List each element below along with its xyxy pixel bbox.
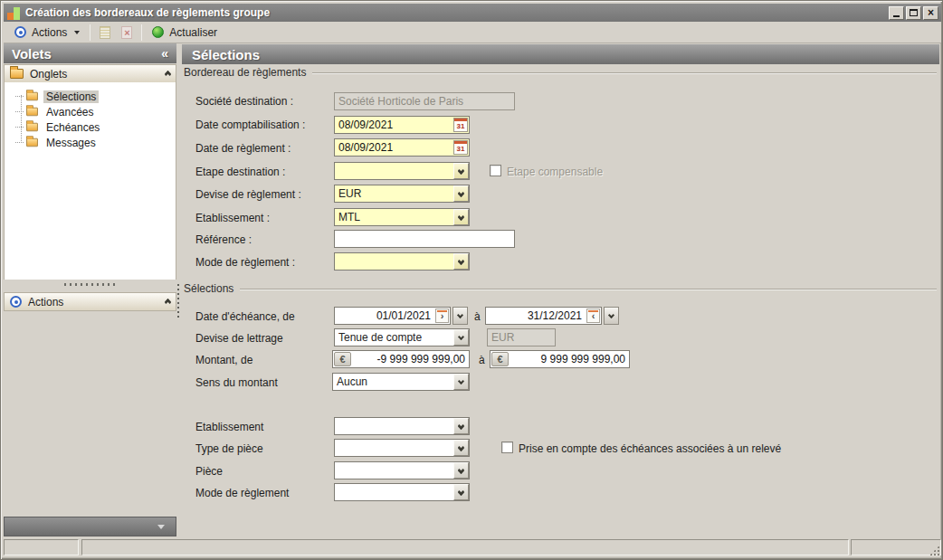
devise-lettrage-combo[interactable]: Tenue de compte bbox=[334, 328, 470, 346]
combo-dropdown-button[interactable] bbox=[453, 484, 469, 500]
group-bordereau-title: Bordereau de règlements bbox=[184, 66, 306, 79]
devise-lettrage-value: Tenue de compte bbox=[335, 329, 453, 346]
sens-montant-value: Aucun bbox=[333, 374, 453, 390]
euro-icon[interactable]: € bbox=[334, 352, 351, 366]
actions-menu-button[interactable]: Actions bbox=[8, 24, 86, 41]
combo-dropdown-button[interactable] bbox=[453, 374, 469, 390]
tree-item-messages[interactable]: Messages bbox=[5, 135, 176, 150]
refresh-button[interactable]: Actualiser bbox=[146, 24, 224, 41]
reference-input[interactable] bbox=[335, 231, 514, 247]
combo-dropdown-button[interactable] bbox=[453, 440, 469, 456]
open-folder-icon bbox=[26, 92, 38, 100]
mode-reglement2-combo[interactable] bbox=[334, 483, 470, 501]
mode-reglement-combo[interactable] bbox=[334, 252, 470, 271]
montant-to-input[interactable] bbox=[510, 351, 629, 367]
sens-montant-label: Sens du montant bbox=[195, 376, 278, 389]
application-window: Création des bordereaux de règlements gr… bbox=[0, 0, 943, 560]
reference-field[interactable] bbox=[334, 230, 515, 248]
delete-icon: × bbox=[121, 26, 132, 39]
etablissement2-label: Etablissement bbox=[195, 421, 263, 433]
range-separator: à bbox=[479, 354, 485, 366]
window-title: Création des bordereaux de règlements gr… bbox=[25, 6, 887, 19]
societe-destination-label: Société destination : bbox=[195, 95, 293, 108]
reference-label: Référence : bbox=[195, 233, 252, 246]
group-selections: Sélections bbox=[184, 282, 937, 295]
date-reglement-field[interactable]: 31 bbox=[334, 138, 470, 157]
devise-lettrage-label: Devise de lettrage bbox=[195, 332, 283, 345]
montant-from-field[interactable]: € bbox=[332, 350, 470, 368]
echeance-from-field[interactable]: › bbox=[334, 307, 451, 325]
devise-reglement-combo[interactable]: EUR bbox=[334, 185, 470, 203]
date-comptabilisation-input[interactable] bbox=[335, 117, 452, 133]
echeance-to-field[interactable]: ‹ bbox=[485, 307, 602, 325]
status-panel-center bbox=[81, 539, 849, 555]
panel-splitter[interactable] bbox=[177, 284, 179, 320]
folder-icon bbox=[26, 123, 38, 131]
devise-reglement-value: EUR bbox=[335, 185, 453, 202]
mode-reglement2-value bbox=[335, 484, 453, 500]
previous-day-icon[interactable]: ‹ bbox=[586, 308, 600, 323]
page-title: Sélections bbox=[192, 47, 260, 62]
next-day-icon[interactable]: › bbox=[435, 308, 449, 323]
etape-destination-value bbox=[335, 163, 453, 179]
onglets-section-label: Onglets bbox=[30, 68, 67, 81]
combo-dropdown-button[interactable] bbox=[453, 253, 469, 270]
sidebar-title: Volets bbox=[12, 46, 52, 62]
type-piece-combo[interactable] bbox=[334, 439, 470, 457]
euro-icon[interactable]: € bbox=[491, 352, 509, 366]
folder-icon bbox=[26, 138, 38, 147]
combo-dropdown-button[interactable] bbox=[453, 462, 469, 479]
collapse-section-icon bbox=[166, 299, 170, 305]
echeance-to-dropdown-button[interactable] bbox=[604, 307, 619, 325]
actions-icon bbox=[14, 26, 26, 38]
montant-to-field[interactable]: € bbox=[490, 350, 630, 368]
releve-checkbox[interactable] bbox=[501, 441, 513, 453]
montant-from-input[interactable] bbox=[352, 351, 469, 367]
status-bar bbox=[4, 538, 941, 557]
minimize-button[interactable] bbox=[889, 6, 904, 20]
echeance-from-input[interactable] bbox=[335, 308, 434, 324]
etablissement-value: MTL bbox=[335, 209, 453, 225]
etape-destination-combo[interactable] bbox=[334, 162, 470, 180]
actions-section-header[interactable]: Actions bbox=[4, 292, 176, 311]
tree-item-label: Echéances bbox=[43, 121, 102, 134]
delete-button[interactable]: × bbox=[116, 24, 138, 42]
tree-item-avancees[interactable]: Avancées bbox=[5, 104, 176, 119]
etape-destination-label: Etape destination : bbox=[195, 166, 285, 178]
combo-dropdown-button[interactable] bbox=[453, 163, 469, 179]
devise-lettrage-currency-input bbox=[488, 329, 555, 346]
date-comptabilisation-field[interactable]: 31 bbox=[334, 116, 470, 134]
sidebar-overflow-bar[interactable] bbox=[4, 517, 176, 536]
actions-section-icon bbox=[10, 296, 22, 308]
calendar-icon[interactable]: 31 bbox=[453, 140, 468, 155]
etape-compensable-label: Etape compensable bbox=[507, 166, 603, 178]
collapse-sidebar-icon[interactable]: « bbox=[161, 46, 168, 61]
maximize-icon bbox=[910, 9, 918, 16]
calendar-icon[interactable]: 31 bbox=[453, 118, 468, 132]
new-document-button[interactable] bbox=[94, 24, 116, 42]
maximize-button[interactable] bbox=[906, 6, 921, 20]
date-comptabilisation-label: Date comptabilisation : bbox=[195, 119, 305, 131]
tree-item-selections[interactable]: Sélections bbox=[5, 89, 176, 104]
sidebar-splitter[interactable] bbox=[4, 283, 176, 286]
group-selections-title: Sélections bbox=[184, 282, 233, 295]
echeance-to-input[interactable] bbox=[486, 308, 586, 324]
piece-combo[interactable] bbox=[334, 461, 470, 479]
close-button[interactable]: × bbox=[923, 6, 938, 20]
date-reglement-input[interactable] bbox=[335, 139, 452, 156]
onglets-section-header[interactable]: Onglets bbox=[4, 64, 176, 83]
actions-section-label: Actions bbox=[28, 296, 63, 308]
devise-lettrage-currency-field bbox=[487, 328, 556, 346]
combo-dropdown-button[interactable] bbox=[453, 185, 469, 202]
combo-dropdown-button[interactable] bbox=[453, 418, 469, 434]
folder-icon bbox=[26, 108, 38, 116]
combo-dropdown-button[interactable] bbox=[453, 209, 469, 225]
societe-destination-field bbox=[334, 92, 515, 110]
etablissement2-combo[interactable] bbox=[334, 417, 470, 435]
sens-montant-combo[interactable]: Aucun bbox=[332, 373, 470, 391]
tree-item-echeances[interactable]: Echéances bbox=[5, 119, 176, 135]
echeance-from-dropdown-button[interactable] bbox=[452, 307, 468, 325]
sidebar-header: Volets « bbox=[4, 43, 176, 63]
etablissement-combo[interactable]: MTL bbox=[334, 208, 470, 226]
combo-dropdown-button[interactable] bbox=[453, 329, 469, 346]
